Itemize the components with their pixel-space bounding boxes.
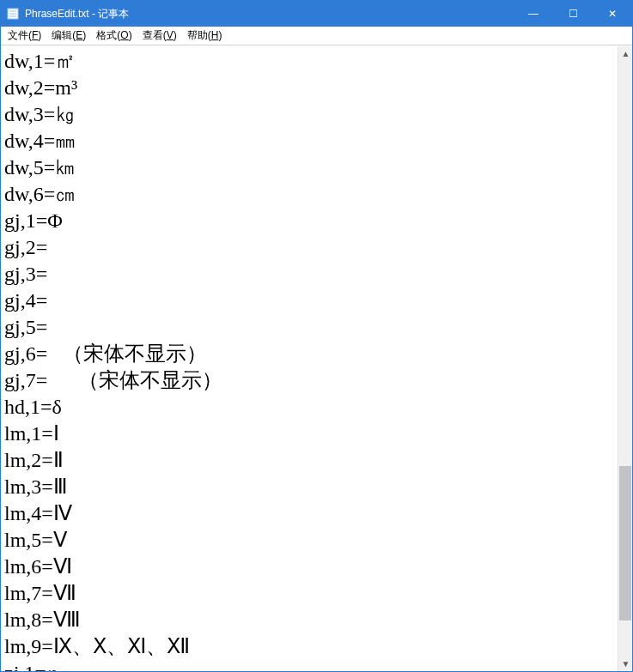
scroll-up-button[interactable]: ▲	[618, 46, 633, 61]
maximize-icon: ☐	[569, 8, 578, 20]
maximize-button[interactable]: ☐	[553, 1, 593, 27]
scroll-thumb[interactable]	[619, 466, 631, 621]
menu-file[interactable]: 文件(F)	[3, 27, 46, 45]
menu-view[interactable]: 查看(V)	[137, 27, 182, 45]
menubar: 文件(F) 编辑(E) 格式(O) 查看(V) 帮助(H)	[1, 27, 632, 45]
menu-edit[interactable]: 编辑(E)	[46, 27, 91, 45]
client-area: dw,1=㎡ dw,2=m³ dw,3=㎏ dw,4=㎜ dw,5=㎞ dw,6…	[1, 45, 632, 671]
scroll-down-button[interactable]: ▼	[618, 657, 633, 671]
titlebar[interactable]: PhraseEdit.txt - 记事本 — ☐ ✕	[1, 1, 632, 27]
notepad-icon	[6, 7, 20, 21]
window: PhraseEdit.txt - 记事本 — ☐ ✕ 文件(F) 编辑(E) 格…	[0, 0, 633, 672]
text-editor[interactable]: dw,1=㎡ dw,2=m³ dw,3=㎏ dw,4=㎜ dw,5=㎞ dw,6…	[1, 46, 618, 671]
scroll-track[interactable]	[618, 61, 632, 657]
minimize-icon: —	[528, 8, 539, 20]
chevron-up-icon: ▲	[622, 49, 630, 58]
menu-help[interactable]: 帮助(H)	[182, 27, 228, 45]
vertical-scrollbar[interactable]: ▲ ▼	[618, 46, 632, 671]
window-title: PhraseEdit.txt - 记事本	[25, 7, 129, 21]
close-button[interactable]: ✕	[593, 1, 632, 27]
chevron-down-icon: ▼	[622, 659, 630, 669]
minimize-button[interactable]: —	[514, 1, 553, 27]
menu-format[interactable]: 格式(O)	[91, 27, 137, 45]
close-icon: ✕	[608, 8, 617, 20]
